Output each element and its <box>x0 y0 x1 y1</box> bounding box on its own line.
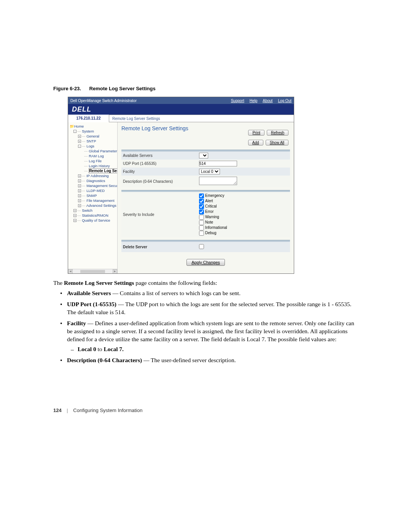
severity-note-checkbox[interactable] <box>199 220 204 225</box>
horizontal-scrollbar[interactable]: ◄ ► <box>68 269 117 273</box>
tree-diagnostics[interactable]: Diagnostics <box>86 179 105 183</box>
tree-qos[interactable]: Quality of Service <box>82 218 110 222</box>
window-titlebar: Dell OpenManage Switch Administrator Sup… <box>68 97 294 104</box>
tree-log-file[interactable]: Log File <box>89 159 102 163</box>
description-textarea[interactable] <box>199 177 237 185</box>
expand-icon[interactable]: + <box>73 209 76 212</box>
expand-icon[interactable]: + <box>78 184 81 187</box>
delete-server-checkbox[interactable] <box>199 244 204 249</box>
tree-sntp[interactable]: SNTP <box>86 139 96 143</box>
bullet-udp-port: UDP Port (1-65535) — The UDP port to whi… <box>67 300 358 316</box>
bullet-local-range: Local 0 to Local 7. <box>78 345 358 353</box>
figure-title: Remote Log Server Settings <box>89 86 156 91</box>
severity-informational-checkbox[interactable] <box>199 225 204 230</box>
tree-global-params[interactable]: Global Parameters <box>89 149 118 153</box>
description-label: Description (0-64 Characters) <box>121 176 198 187</box>
severity-group: Emergency Alert Critical Error Warning N… <box>198 192 290 237</box>
page-footer: 124 | Configuring System Information <box>53 407 142 413</box>
tree-snmp[interactable]: SNMP <box>86 193 97 198</box>
severity-debug-checkbox[interactable] <box>199 231 204 236</box>
add-button[interactable]: Add <box>248 140 263 145</box>
tree-stats-rmon[interactable]: Statistics/RMON <box>82 213 108 217</box>
udp-port-input[interactable] <box>199 161 237 166</box>
breadcrumb-row: 176.210.11.22 Remote Log Server Settings <box>68 115 294 122</box>
nav-about[interactable]: About <box>263 99 272 103</box>
figure-number: Figure 6-23. <box>53 86 81 91</box>
tree-remote-log-server[interactable]: Remote Log Serve <box>89 168 118 173</box>
settings-table: Available Servers UDP Port (1-65535) Fac… <box>121 152 290 187</box>
nav-sidebar: 📁Home ---- System +--- General +--- SNTP… <box>68 122 118 273</box>
tree-home[interactable]: Home <box>74 124 84 128</box>
expand-icon[interactable]: + <box>73 214 76 217</box>
tree-lldp-med[interactable]: LLDP-MED <box>86 189 105 193</box>
expand-icon[interactable]: + <box>78 194 81 197</box>
severity-warning-checkbox[interactable] <box>199 215 204 220</box>
expand-icon[interactable]: + <box>78 174 81 177</box>
page-number: 124 <box>53 407 62 413</box>
nav-support[interactable]: Support <box>231 99 244 103</box>
dell-logo: DELL <box>72 105 91 113</box>
show-all-button[interactable]: Show All <box>266 140 288 145</box>
bullet-available-servers: Available Servers — Contains a list of s… <box>67 289 358 297</box>
window-title: Dell OpenManage Switch Administrator <box>70 99 137 103</box>
nav-tree[interactable]: 📁Home ---- System +--- General +--- SNTP… <box>69 124 116 223</box>
footer-section: Configuring System Information <box>73 407 142 413</box>
refresh-button[interactable]: Refresh <box>267 130 288 136</box>
delete-server-label: Delete Server <box>121 242 198 252</box>
facility-select[interactable]: Local 0 <box>199 169 220 174</box>
collapse-icon[interactable]: - <box>73 130 76 133</box>
tree-ram-log[interactable]: RAM Log <box>89 154 104 158</box>
expand-icon[interactable]: + <box>78 135 81 138</box>
available-servers-label: Available Servers <box>121 152 198 160</box>
brand-bar: DELL <box>68 104 294 115</box>
tree-system[interactable]: System <box>82 129 94 133</box>
tree-adv-settings[interactable]: Advanced Settings <box>86 203 116 208</box>
nav-help[interactable]: Help <box>250 99 258 103</box>
print-button[interactable]: Print <box>248 130 264 136</box>
nav-logout[interactable]: Log Out <box>278 99 292 103</box>
scroll-thumb[interactable] <box>80 270 105 273</box>
folder-icon: 📁 <box>70 124 74 128</box>
severity-error-checkbox[interactable] <box>199 209 204 214</box>
main-panel: Remote Log Server Settings Print Refresh… <box>118 122 294 273</box>
bullet-description: Description (0-64 Characters) — The user… <box>67 356 358 364</box>
expand-icon[interactable]: + <box>78 199 81 202</box>
severity-alert-checkbox[interactable] <box>199 199 204 204</box>
apply-changes-button[interactable]: Apply Changes <box>186 259 225 266</box>
udp-port-label: UDP Port (1-65535) <box>121 160 198 168</box>
screenshot: Dell OpenManage Switch Administrator Sup… <box>68 97 294 274</box>
expand-icon[interactable]: + <box>78 204 81 207</box>
document-body: The Remote Log Server Settings page cont… <box>53 279 358 364</box>
severity-critical-checkbox[interactable] <box>199 204 204 209</box>
expand-icon[interactable]: + <box>73 219 76 222</box>
expand-icon[interactable]: + <box>78 179 81 182</box>
available-servers-select[interactable] <box>199 153 208 158</box>
tree-mgmt-security[interactable]: Management Security <box>86 184 118 188</box>
tree-login-history[interactable]: Login History <box>89 164 110 168</box>
facility-label: Facility <box>121 168 198 176</box>
bullet-facility: Facility — Defines a user-defined applic… <box>67 320 358 354</box>
tree-general[interactable]: General <box>86 134 99 138</box>
expand-icon[interactable]: + <box>78 140 81 143</box>
severity-label: Severity to Include <box>121 192 198 237</box>
tree-file-mgmt[interactable]: File Management <box>86 198 114 203</box>
tree-ip-addressing[interactable]: IP Addressing <box>86 174 108 178</box>
scroll-left-icon[interactable]: ◄ <box>68 269 73 274</box>
expand-icon[interactable]: + <box>78 189 81 192</box>
tree-switch[interactable]: Switch <box>82 208 92 212</box>
collapse-icon[interactable]: - <box>78 145 81 148</box>
breadcrumb: Remote Log Server Settings <box>109 117 160 121</box>
severity-emergency-checkbox[interactable] <box>199 193 204 198</box>
tree-logs[interactable]: Logs <box>86 144 94 148</box>
scroll-right-icon[interactable]: ► <box>113 269 117 274</box>
figure-caption: Figure 6-23. Remote Log Server Settings <box>53 86 358 91</box>
device-ip: 176.210.11.22 <box>68 115 109 122</box>
